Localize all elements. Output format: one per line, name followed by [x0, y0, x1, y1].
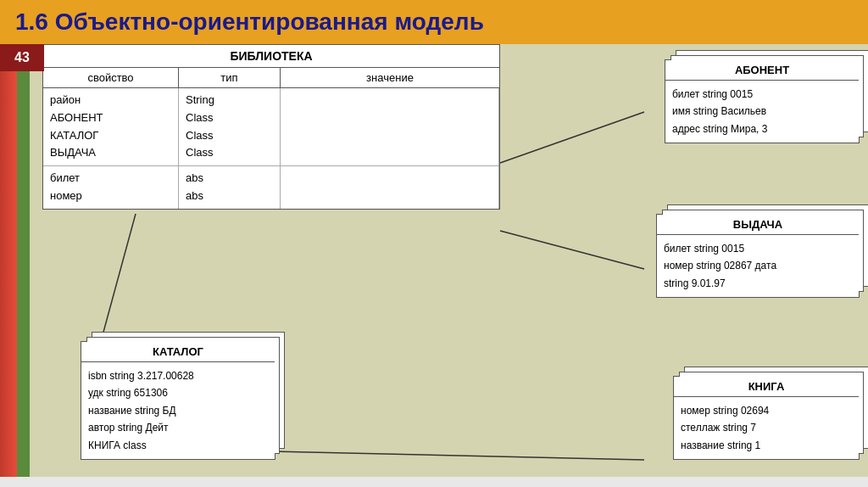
svg-line-3 [500, 231, 644, 269]
kniga-box: КНИГА номер string 02694 стеллаж string … [673, 376, 860, 460]
content-area: 43 БИБЛИОТЕКА свойство тип значение райо… [0, 44, 868, 477]
vydacha-row-2: string 9.01.97 [664, 275, 852, 292]
main-table-title: БИБЛИОТЕКА [43, 45, 499, 68]
row-types: StringClassClassClass [186, 93, 214, 159]
katalog-row-0: isbn string 3.217.00628 [88, 367, 268, 384]
abonent-row-1: имя string Васильев [672, 103, 852, 120]
group2-values [281, 166, 499, 209]
abonent-box: АБОНЕНТ билет string 0015 имя string Вас… [665, 59, 860, 143]
katalog-row-2: название string БД [88, 402, 268, 419]
vydacha-box: ВЫДАЧА билет string 0015 номер string 02… [656, 214, 860, 298]
green-stripe [17, 44, 30, 477]
katalog-row-4: КНИГА class [88, 437, 268, 454]
group1-types: StringClassClassClass [179, 88, 281, 165]
page-badge: 43 [0, 44, 44, 71]
table-header-row: свойство тип значение [43, 68, 499, 88]
katalog-box: КАТАЛОГ isbn string 3.217.00628 удк stri… [81, 341, 275, 460]
vydacha-title: ВЫДАЧА [657, 215, 859, 235]
katalog-content: isbn string 3.217.00628 удк string 65130… [81, 362, 275, 459]
abonent-row-0: билет string 0015 [672, 86, 852, 103]
abonent-title: АБОНЕНТ [665, 60, 859, 81]
group2-types: absabs [179, 166, 281, 209]
kniga-content: номер string 02694 стеллаж string 7 назв… [674, 397, 859, 459]
group1-properties: районАБОНЕНТКАТАЛОГВЫДАЧА [43, 88, 179, 165]
katalog-row-1: удк string 651306 [88, 384, 268, 401]
abonent-row-2: адрес string Мира, 3 [672, 120, 852, 137]
row-abs-abs: absabs [186, 171, 203, 202]
svg-line-4 [271, 451, 644, 460]
katalog-title: КАТАЛОГ [81, 342, 275, 362]
col-header-type: тип [179, 68, 281, 87]
kniga-title: КНИГА [674, 377, 859, 397]
page-title: 1.6 Объектно-ориентированная модель [15, 8, 484, 35]
group1-values [281, 88, 499, 165]
vydacha-content: билет string 0015 номер string 02867 дат… [657, 235, 859, 297]
kniga-row-1: стеллаж string 7 [681, 419, 852, 436]
kniga-row-2: название string 1 [681, 437, 852, 454]
group2-properties: билетномер [43, 166, 179, 209]
red-stripe [0, 44, 17, 477]
vydacha-row-1: номер string 02867 дата [664, 257, 852, 274]
abonent-content: билет string 0015 имя string Васильев ад… [665, 81, 859, 143]
row-район: районАБОНЕНТКАТАЛОГВЫДАЧА [50, 93, 103, 159]
vydacha-row-0: билет string 0015 [664, 240, 852, 257]
col-header-value: значение [281, 68, 499, 87]
kniga-row-0: номер string 02694 [681, 402, 852, 419]
row-bilet-nomer: билетномер [50, 171, 82, 202]
table-row-group1: районАБОНЕНТКАТАЛОГВЫДАЧА StringClassCla… [43, 88, 499, 166]
table-second-section: билетномер absabs [43, 166, 499, 209]
header: 1.6 Объектно-ориентированная модель [0, 0, 868, 44]
katalog-row-3: автор string Дейт [88, 419, 268, 436]
col-header-property: свойство [43, 68, 179, 87]
main-table: БИБЛИОТЕКА свойство тип значение районАБ… [42, 44, 500, 210]
svg-line-0 [500, 112, 644, 163]
